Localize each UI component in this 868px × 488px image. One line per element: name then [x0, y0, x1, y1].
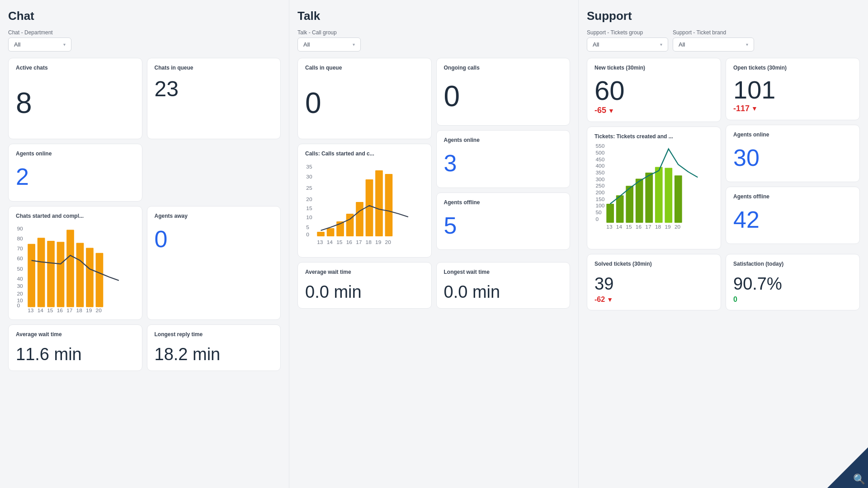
svg-text:5: 5 [306, 225, 309, 230]
support-left-col: New tickets (30min) 60 -65 ▼ Tickets: Ti… [587, 58, 721, 249]
active-chats-card: Active chats 8 [8, 58, 142, 139]
svg-text:150: 150 [595, 197, 604, 202]
svg-text:19: 19 [86, 308, 92, 313]
talk-chart-label: Calls: Calls started and c... [305, 150, 424, 157]
svg-rect-13 [57, 242, 65, 307]
arrow-down-icon: ▼ [607, 296, 613, 303]
svg-text:15: 15 [336, 240, 342, 245]
chevron-down-icon: ▾ [353, 42, 355, 47]
svg-text:60: 60 [17, 256, 23, 261]
satisfaction-label: Satisfaction (today) [733, 261, 852, 267]
solved-tickets-delta-value: -62 [594, 296, 605, 304]
svg-text:15: 15 [47, 308, 53, 313]
svg-text:20: 20 [96, 308, 102, 313]
calls-in-queue-label: Calls in queue [305, 65, 424, 71]
satisfaction-delta-value: 0 [733, 296, 737, 304]
chat-agents-away-card: Agents away 0 [147, 206, 281, 320]
svg-text:400: 400 [595, 164, 604, 169]
svg-rect-40 [375, 170, 383, 236]
new-tickets-delta: -65 ▼ [594, 106, 713, 115]
support-agents-online-value: 30 [733, 141, 852, 175]
support-ticket-brand-filter: Support - Ticket brand All ▾ [673, 29, 754, 52]
svg-text:30: 30 [17, 283, 23, 289]
svg-rect-15 [76, 243, 84, 307]
new-tickets-value: 60 [594, 74, 713, 106]
svg-text:14: 14 [616, 224, 622, 229]
svg-text:550: 550 [595, 144, 604, 149]
chats-in-queue-card: Chats in queue 23 [147, 58, 281, 139]
svg-rect-66 [645, 173, 653, 223]
svg-text:10: 10 [17, 297, 23, 303]
ongoing-calls-label: Ongoing calls [444, 65, 563, 71]
svg-text:20: 20 [385, 240, 391, 245]
support-tickets-group-label: Support - Tickets group [587, 29, 668, 36]
svg-text:0: 0 [17, 303, 20, 308]
svg-rect-17 [96, 253, 104, 307]
support-right-col: Open tickets (30min) 101 -117 ▼ Agents o… [726, 58, 860, 249]
svg-text:16: 16 [346, 240, 352, 245]
svg-rect-65 [636, 179, 643, 223]
svg-text:13: 13 [606, 224, 612, 229]
arrow-down-icon: ▼ [608, 107, 614, 114]
chat-dept-label: Chat - Department [8, 29, 71, 36]
svg-text:90: 90 [17, 226, 23, 231]
svg-text:200: 200 [595, 190, 604, 195]
svg-text:100: 100 [595, 203, 604, 208]
svg-rect-10 [28, 244, 35, 307]
talk-group-label: Talk - Call group [297, 29, 361, 36]
active-chats-value: 8 [16, 74, 135, 132]
svg-rect-67 [655, 167, 663, 223]
svg-rect-35 [327, 228, 335, 236]
solved-tickets-label: Solved tickets (30min) [594, 261, 713, 267]
svg-text:20: 20 [17, 291, 23, 296]
support-agents-offline-value: 42 [733, 202, 852, 237]
support-agents-online-card: Agents online 30 [726, 125, 860, 182]
svg-text:450: 450 [595, 157, 604, 162]
support-section: Support Support - Tickets group All ▾ Su… [579, 0, 868, 488]
open-tickets-card: Open tickets (30min) 101 -117 ▼ [726, 58, 860, 120]
dashboard: Chat Chat - Department All ▾ Active chat… [0, 0, 868, 488]
svg-text:40: 40 [17, 276, 23, 282]
support-tickets-group-filter: Support - Tickets group All ▾ [587, 29, 668, 52]
svg-text:15: 15 [306, 206, 312, 211]
svg-text:18: 18 [76, 308, 82, 313]
svg-text:10: 10 [306, 215, 312, 220]
svg-rect-12 [47, 241, 55, 307]
talk-agents-offline-value: 5 [444, 208, 563, 243]
support-tickets-group-select[interactable]: All ▾ [587, 38, 668, 52]
svg-text:17: 17 [66, 308, 72, 313]
chevron-down-icon: ▾ [63, 42, 66, 47]
chat-agents-online-label: Agents online [16, 150, 135, 157]
chat-agents-online-value: 2 [16, 160, 135, 194]
chevron-down-icon: ▾ [660, 42, 662, 47]
open-tickets-label: Open tickets (30min) [733, 65, 852, 71]
open-tickets-delta-value: -117 [733, 104, 750, 113]
support-chart-card: Tickets: Tickets created and ... 550 500… [587, 127, 721, 249]
satisfaction-card: Satisfaction (today) 90.7% 0 [726, 254, 860, 310]
talk-group-select[interactable]: All ▾ [297, 38, 361, 52]
talk-title: Talk [297, 9, 570, 23]
open-tickets-delta: -117 ▼ [733, 104, 852, 113]
svg-rect-38 [356, 202, 363, 236]
chat-title: Chat [8, 9, 281, 23]
talk-section: Talk Talk - Call group All ▾ Calls in qu… [289, 0, 579, 488]
chat-section: Chat Chat - Department All ▾ Active chat… [0, 0, 289, 488]
watermark-icon: 🔍 [853, 474, 865, 485]
support-ticket-brand-select[interactable]: All ▾ [673, 38, 754, 52]
talk-cards-layout: Calls in queue 0 Calls: Calls started an… [297, 58, 570, 258]
svg-text:50: 50 [595, 210, 601, 215]
chat-longest-reply-value: 18.2 min [155, 340, 274, 364]
talk-left-col: Calls in queue 0 Calls: Calls started an… [297, 58, 432, 258]
svg-rect-16 [86, 248, 94, 307]
chat-dept-select[interactable]: All ▾ [8, 38, 71, 52]
chat-agents-away-label: Agents away [155, 213, 274, 219]
chats-in-queue-label: Chats in queue [155, 65, 274, 71]
svg-text:80: 80 [17, 236, 23, 241]
svg-rect-39 [366, 179, 373, 236]
svg-text:70: 70 [17, 246, 23, 251]
svg-text:300: 300 [595, 177, 604, 182]
svg-text:0: 0 [595, 216, 599, 221]
svg-rect-64 [626, 186, 633, 223]
svg-text:50: 50 [17, 266, 23, 271]
talk-filters: Talk - Call group All ▾ [297, 29, 570, 52]
